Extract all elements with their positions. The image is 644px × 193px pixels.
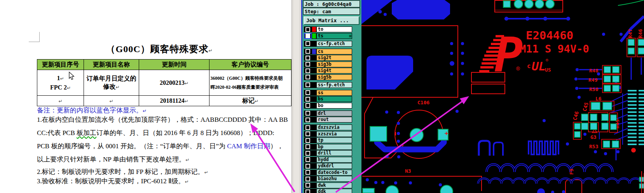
layer-visibility-checkbox[interactable] <box>304 55 312 61</box>
layer-name-label[interactable]: dwk <box>316 182 352 188</box>
layer-color-swatch[interactable] <box>312 137 316 143</box>
layer-name-label[interactable]: sig3b <box>316 61 352 67</box>
layer-color-swatch[interactable] <box>312 41 316 47</box>
layer-row-hydd[interactable]: hydd <box>304 157 352 163</box>
layer-row-bs[interactable]: bs <box>304 96 352 102</box>
layer-color-swatch[interactable] <box>312 68 316 74</box>
layer-visibility-checkbox[interactable] <box>304 26 312 32</box>
layer-name-label[interactable]: cs-fp.etch <box>316 41 352 47</box>
pcb-graphic-view[interactable]: P ® E204460 M11 S 94V-0 c UL ® US C106 N… <box>361 0 644 193</box>
layer-visibility-checkbox[interactable] <box>304 74 312 80</box>
layer-name-label[interactable]: sig5b <box>316 74 352 80</box>
layer-color-swatch[interactable] <box>312 111 316 116</box>
job-name-field[interactable]: Job : 6g00c04qa0 <box>303 0 360 7</box>
cell-agreement[interactable]: 标记↵ <box>209 96 291 106</box>
layer-visibility-checkbox[interactable] <box>304 125 312 130</box>
requirements-document[interactable]: （G00C）顾客特殊要求↵ 更新项目序号 更新项目名称 更新时间 客户协议编号 … <box>0 0 291 193</box>
layer-row-rout[interactable]: rout <box>304 117 352 123</box>
cell-name[interactable]: 订单年月日定义的修改↵ <box>84 70 139 96</box>
cell-agreement[interactable]: 360002（G00C）顾客特殊要求吴朝 晖2020-02-06顾客质量要求评审… <box>209 70 291 96</box>
layer-color-swatch[interactable] <box>312 131 316 137</box>
layer-visibility-checkbox[interactable] <box>304 170 312 175</box>
layer-row-bo[interactable]: bo <box>304 103 352 109</box>
layer-color-swatch[interactable] <box>312 33 316 39</box>
layer-row-sig4t[interactable]: sig4t <box>304 68 352 74</box>
layer-name-label[interactable]: ts▦ <box>316 33 352 39</box>
layer-name-label[interactable]: ss-fp.etch <box>316 82 352 88</box>
layer-row-bp[interactable]: bp <box>304 144 352 150</box>
layer-name-label[interactable]: bo <box>316 103 352 109</box>
layer-color-swatch[interactable] <box>312 189 316 193</box>
layer-name-label[interactable]: tp <box>316 137 352 143</box>
job-matrix-button[interactable]: Job Matrix ... <box>304 16 360 25</box>
layer-color-swatch[interactable] <box>312 96 316 102</box>
layer-row-dwk[interactable]: dwk <box>304 182 352 188</box>
layer-name-label[interactable]: drill <box>316 150 352 156</box>
layer-row-ss-fp.etch[interactable]: ss-fp.etch <box>304 82 352 88</box>
layer-visibility-checkbox[interactable] <box>304 182 312 188</box>
layer-visibility-checkbox[interactable] <box>304 176 312 182</box>
layer-color-swatch[interactable] <box>312 26 316 32</box>
layer-color-swatch[interactable] <box>312 90 316 96</box>
header-seq[interactable]: 更新项目序号 <box>37 60 84 70</box>
layer-name-label[interactable]: biaozhu <box>316 176 352 182</box>
header-time[interactable]: 更新时间 <box>139 60 209 70</box>
layer-row-xzszvia[interactable]: xzszvia <box>304 131 352 137</box>
layer-color-swatch[interactable] <box>312 82 316 88</box>
layer-row-drill[interactable]: drill <box>304 150 352 156</box>
layer-color-swatch[interactable] <box>312 74 316 80</box>
layer-visibility-checkbox[interactable] <box>304 163 312 169</box>
layer-visibility-checkbox[interactable] <box>304 82 312 88</box>
layer-name-label[interactable]: datecode-to <box>316 170 352 175</box>
layer-color-swatch[interactable] <box>312 55 316 61</box>
layer-row-datecode-to[interactable]: datecode-to <box>304 170 352 175</box>
layer-row-sig3b[interactable]: sig3b <box>304 61 352 67</box>
layer-visibility-checkbox[interactable] <box>304 144 312 150</box>
layer-visibility-checkbox[interactable] <box>304 96 312 102</box>
layer-row-cs[interactable]: cs <box>304 49 352 54</box>
layer-color-swatch[interactable] <box>312 150 316 156</box>
layer-name-label[interactable]: hydd <box>316 157 352 163</box>
layer-name-label[interactable]: dxzszvia <box>316 125 352 130</box>
layer-row-ts[interactable]: ts▦ <box>304 33 352 39</box>
cell-seq[interactable]: 1↵ FPC 2↵ <box>37 70 84 96</box>
layer-row-drl[interactable]: drl <box>304 111 352 116</box>
layer-color-swatch[interactable] <box>312 163 316 169</box>
layer-name-label[interactable]: rout <box>316 117 352 123</box>
cell-time[interactable]: 20200213↵ <box>139 70 209 96</box>
cell-seq-empty[interactable]: ↵ <box>37 96 84 106</box>
layer-visibility-checkbox[interactable] <box>304 150 312 156</box>
layer-visibility-checkbox[interactable] <box>304 41 312 47</box>
layer-color-swatch[interactable] <box>312 49 316 54</box>
layer-name-label[interactable]: bs <box>316 96 352 102</box>
layer-row-sig2t[interactable]: sig2t <box>304 55 352 61</box>
cell-name-empty[interactable]: ↵ <box>84 96 139 106</box>
layer-visibility-checkbox[interactable] <box>304 103 312 109</box>
header-name[interactable]: 更新项目名称 <box>84 60 139 70</box>
window-divider-scrollbar[interactable] <box>291 0 301 193</box>
layer-row-sig5b[interactable]: sig5b <box>304 74 352 80</box>
layer-row-cs-fp.etch[interactable]: cs-fp.etch <box>304 41 352 47</box>
layer-row-dxzszvia[interactable]: dxzszvia <box>304 125 352 130</box>
layer-visibility-checkbox[interactable] <box>304 33 312 39</box>
layer-color-swatch[interactable] <box>312 176 316 182</box>
layer-visibility-checkbox[interactable] <box>304 68 312 74</box>
layer-row-biaozhu[interactable]: biaozhu <box>304 176 352 182</box>
layer-row-ydkdrl[interactable]: ydkdrl <box>304 163 352 169</box>
layer-color-swatch[interactable] <box>312 103 316 109</box>
layer-color-swatch[interactable] <box>312 125 316 130</box>
layer-row-ss[interactable]: ss <box>304 90 352 96</box>
layer-visibility-checkbox[interactable] <box>304 111 312 116</box>
layer-row-tp[interactable]: tp <box>304 137 352 143</box>
layer-visibility-checkbox[interactable] <box>304 49 312 54</box>
layer-visibility-checkbox[interactable] <box>304 137 312 143</box>
layer-name-label[interactable]: drl <box>316 111 352 116</box>
step-name-field[interactable]: Step: cam <box>303 8 360 15</box>
layer-name-label[interactable]: ddk <box>316 189 352 193</box>
layer-visibility-checkbox[interactable] <box>304 131 312 137</box>
layer-row-ddk[interactable]: ddk <box>304 189 352 193</box>
layer-color-swatch[interactable] <box>312 182 316 188</box>
layer-visibility-checkbox[interactable] <box>304 61 312 67</box>
layer-name-label[interactable]: ydkdrl <box>316 163 352 169</box>
cell-time[interactable]: 20181124↵ <box>139 96 209 106</box>
